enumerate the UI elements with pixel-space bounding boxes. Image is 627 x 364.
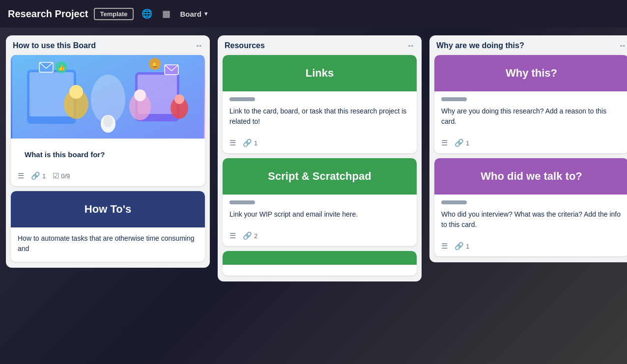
chevron-down-icon: ▾ bbox=[204, 10, 207, 17]
svg-text:👍: 👍 bbox=[57, 64, 65, 71]
footer-attachment-why: 🔗 1 bbox=[455, 139, 469, 147]
card-body-links: Link to the card, board, or task that th… bbox=[223, 91, 417, 135]
column-title-3: Why are we doing this? bbox=[436, 41, 524, 50]
app-header: Research Project Template 🌐 ▦ Board ▾ bbox=[0, 0, 627, 28]
card-footer-who: ☰ 🔗 1 bbox=[434, 238, 627, 256]
card-text-script: Link your WIP script and email invite he… bbox=[229, 209, 410, 220]
card-header-title-links: Links bbox=[306, 67, 334, 79]
checklist-icon: ☑ bbox=[53, 171, 59, 180]
card-color-header-why: Why this? bbox=[434, 55, 627, 91]
footer-lines-links: ☰ bbox=[229, 139, 236, 147]
board-area: How to use this Board ↔ bbox=[0, 28, 627, 364]
card-links[interactable]: Links Link to the card, board, or task t… bbox=[223, 55, 417, 153]
card-text-who: Who did you interview? What was the crit… bbox=[441, 209, 622, 230]
lines-icon: ☰ bbox=[18, 171, 24, 180]
lines-icon-why: ☰ bbox=[441, 139, 448, 147]
board-selector[interactable]: Board ▾ bbox=[180, 10, 207, 18]
column-arrow-2[interactable]: ↔ bbox=[407, 41, 415, 50]
card-how-tos[interactable]: How To's How to automate tasks that are … bbox=[11, 191, 205, 262]
attachment-icon-why: 🔗 bbox=[455, 139, 464, 147]
lines-icon-who: ☰ bbox=[441, 242, 448, 251]
card-script[interactable]: Script & Scratchpad Link your WIP script… bbox=[223, 158, 417, 246]
footer-lines-why: ☰ bbox=[441, 139, 448, 147]
column-title-2: Resources bbox=[225, 41, 265, 50]
column-header-1: How to use this Board ↔ bbox=[11, 41, 205, 50]
card-label-bar-links bbox=[229, 97, 255, 101]
card-body-who: Who did you interview? What was the crit… bbox=[434, 195, 627, 238]
card-title-1: What is this board for? bbox=[18, 144, 198, 162]
attachment-count-links: 1 bbox=[254, 140, 257, 147]
card-label-bar-who bbox=[441, 200, 467, 204]
column-header-3: Why are we doing this? ↔ bbox=[434, 41, 627, 50]
card-footer-links: ☰ 🔗 1 bbox=[223, 135, 417, 153]
card-body-why: Why are you doing this research? Add a r… bbox=[434, 91, 627, 135]
footer-attachment-who: 🔗 1 bbox=[455, 242, 469, 251]
column-why: Why are we doing this? ↔ Why this? Why a… bbox=[429, 35, 627, 262]
attachment-icon-script: 🔗 bbox=[243, 231, 252, 240]
card-footer-script: ☰ 🔗 2 bbox=[223, 227, 417, 246]
card-footer-1: ☰ 🔗 1 ☑ 0/9 bbox=[11, 168, 205, 186]
footer-lines-script: ☰ bbox=[229, 231, 236, 240]
card-what-is-board[interactable]: 👍 🔔 What is th bbox=[11, 55, 205, 186]
card-color-header-partial bbox=[223, 251, 417, 265]
attachment-count-who: 1 bbox=[466, 243, 469, 250]
footer-attachment-script: 🔗 2 bbox=[243, 231, 257, 240]
card-body-1: What is this board for? bbox=[11, 139, 205, 168]
checklist-count-1: 0/9 bbox=[61, 172, 70, 180]
column-how-to-use: How to use this Board ↔ bbox=[6, 35, 210, 268]
card-color-header-who: Who did we talk to? bbox=[434, 158, 627, 195]
footer-lines-icon: ☰ bbox=[18, 171, 24, 180]
board-label: Board bbox=[180, 10, 201, 18]
card-partial-bottom[interactable] bbox=[223, 251, 417, 276]
footer-attachment-links: 🔗 1 bbox=[243, 139, 257, 147]
card-header-title-script: Script & Scratchpad bbox=[268, 170, 371, 182]
card-image-illustration: 👍 🔔 bbox=[11, 55, 205, 139]
card-text-howtos: How to automate tasks that are otherwise… bbox=[18, 233, 198, 254]
lines-icon-links: ☰ bbox=[229, 139, 236, 147]
card-body-howtos: How to automate tasks that are otherwise… bbox=[11, 227, 205, 262]
svg-point-14 bbox=[69, 85, 83, 99]
card-label-bar-script bbox=[229, 200, 255, 204]
lines-icon-script: ☰ bbox=[229, 231, 236, 240]
card-who-talked[interactable]: Who did we talk to? Who did you intervie… bbox=[434, 158, 627, 256]
attachment-count-1: 1 bbox=[42, 172, 46, 180]
card-why-this[interactable]: Why this? Why are you doing this researc… bbox=[434, 55, 627, 153]
attachment-count-why: 1 bbox=[466, 140, 469, 147]
svg-point-16 bbox=[134, 89, 146, 101]
globe-icon[interactable]: 🌐 bbox=[140, 6, 154, 21]
card-header-title-who: Who did we talk to? bbox=[481, 170, 582, 182]
attachment-count-script: 2 bbox=[254, 232, 257, 240]
footer-attachment-1: 🔗 1 bbox=[31, 171, 46, 180]
svg-point-18 bbox=[174, 94, 184, 104]
column-arrow-1[interactable]: ↔ bbox=[195, 41, 203, 50]
card-color-header-links: Links bbox=[223, 55, 417, 91]
chart-icon[interactable]: ▦ bbox=[160, 6, 172, 21]
card-text-links: Link to the card, board, or task that th… bbox=[229, 106, 410, 127]
card-header-title-howtos: How To's bbox=[85, 203, 131, 215]
footer-checklist-1: ☑ 0/9 bbox=[53, 171, 70, 180]
attachment-icon: 🔗 bbox=[31, 171, 40, 180]
column-header-2: Resources ↔ bbox=[223, 41, 417, 50]
card-text-why: Why are you doing this research? Add a r… bbox=[441, 106, 622, 127]
column-arrow-3[interactable]: ↔ bbox=[619, 41, 627, 50]
svg-point-20 bbox=[103, 115, 113, 127]
card-color-header-howtos: How To's bbox=[11, 191, 205, 227]
card-color-header-script: Script & Scratchpad bbox=[223, 158, 417, 195]
attachment-icon-who: 🔗 bbox=[455, 242, 464, 251]
svg-text:🔔: 🔔 bbox=[152, 61, 158, 68]
card-label-bar-why bbox=[441, 97, 467, 101]
column-resources: Resources ↔ Links Link to the card, boar… bbox=[218, 35, 422, 281]
card-body-script: Link your WIP script and email invite he… bbox=[223, 195, 417, 227]
project-title: Research Project bbox=[8, 8, 88, 20]
footer-lines-who: ☰ bbox=[441, 242, 448, 251]
card-footer-why: ☰ 🔗 1 bbox=[434, 135, 627, 153]
column-title-1: How to use this Board bbox=[13, 41, 96, 50]
attachment-icon-links: 🔗 bbox=[243, 139, 252, 147]
template-button[interactable]: Template bbox=[94, 8, 133, 20]
card-header-title-why: Why this? bbox=[506, 67, 557, 79]
